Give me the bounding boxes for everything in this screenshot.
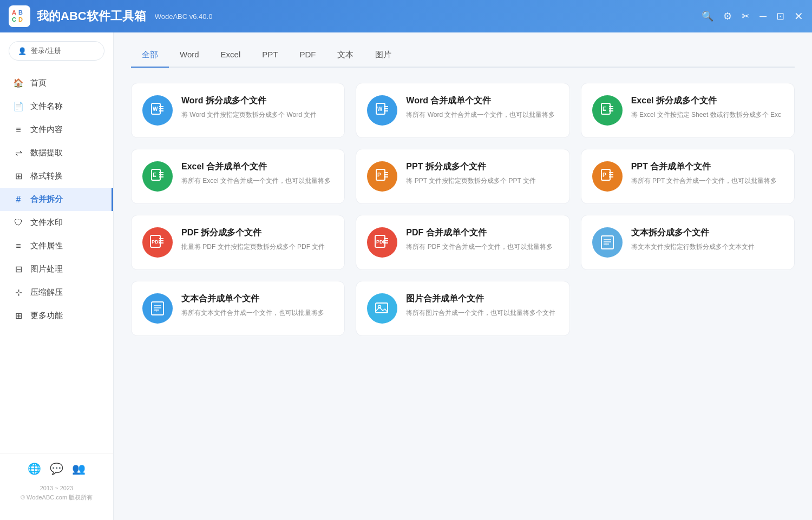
ppt-merge-desc: 将所有 PPT 文件合并成一个文件，也可以批量将多 <box>631 176 783 186</box>
excel-merge-title: Excel 合并成单个文件 <box>181 161 333 173</box>
sidebar-footer: 🌐 💬 👥 2013 ~ 2023 © WodeABC.com 版权所有 <box>0 453 113 511</box>
close-icon[interactable]: ✕ <box>794 10 803 23</box>
sidebar-item-fileattr[interactable]: ≡ 文件属性 <box>0 234 113 258</box>
content-area: 全部WordExcelPPTPDF文本图片 W Word 拆分成多个文件 将 W… <box>114 32 812 520</box>
tool-card-pdf-split[interactable]: PDF PDF 拆分成多个文件 批量将 PDF 文件按指定页数拆分成多个 PDF… <box>131 215 345 270</box>
dataextract-label: 数据提取 <box>30 148 63 158</box>
minimize-icon[interactable]: ─ <box>759 11 767 22</box>
excel-split-desc: 将 Excel 文件按指定 Sheet 数或行数拆分成多个 Exc <box>631 110 783 120</box>
image-merge-title: 图片合并成单个文件 <box>406 293 558 305</box>
filename-icon: 📄 <box>13 101 24 111</box>
tool-card-ppt-merge[interactable]: P PPT 合并成单个文件 将所有 PPT 文件合并成一个文件，也可以批量将多 <box>581 149 795 204</box>
svg-text:PDF: PDF <box>152 239 162 245</box>
tab-excel[interactable]: Excel <box>210 45 252 68</box>
app-title: 我的ABC软件工具箱 <box>37 8 146 24</box>
tab-word[interactable]: Word <box>169 45 210 68</box>
sidebar: 👤 登录/注册 🏠 首页 📄 文件名称 ≡ 文件内容 ⇌ 数据提取 ⊞ 格式转换… <box>0 32 114 520</box>
tool-card-text-merge[interactable]: T 文本合并成单个文件 将所有文本文件合并成一个文件，也可以批量将多 <box>131 281 345 336</box>
tool-card-pdf-merge[interactable]: PDF PDF 合并成单个文件 将所有 PDF 文件合并成一个文件，也可以批量将… <box>356 215 569 270</box>
svg-text:E: E <box>603 106 606 112</box>
web-icon[interactable]: 🌐 <box>28 462 41 475</box>
ppt-split-icon: P <box>367 161 397 192</box>
sidebar-item-filename[interactable]: 📄 文件名称 <box>0 95 113 118</box>
svg-text:T: T <box>155 308 158 313</box>
svg-text:PDF: PDF <box>376 239 387 245</box>
image-merge-desc: 将所有图片合并成一个文件，也可以批量将多个文件 <box>406 308 558 318</box>
user-icon: 👤 <box>18 47 27 55</box>
svg-text:A: A <box>12 9 16 16</box>
tool-card-excel-split[interactable]: E Excel 拆分成多个文件 将 Excel 文件按指定 Sheet 数或行数… <box>581 83 795 138</box>
settings-icon[interactable]: ⚙ <box>723 10 732 22</box>
tab-ppt[interactable]: PPT <box>251 45 289 68</box>
search-icon[interactable]: 🔍 <box>702 10 713 22</box>
pdf-split-desc: 批量将 PDF 文件按指定页数拆分成多个 PDF 文件 <box>181 242 333 252</box>
sidebar-item-filecontent[interactable]: ≡ 文件内容 <box>0 118 113 141</box>
filewatermark-label: 文件水印 <box>30 218 63 228</box>
sidebar-item-imageprocess[interactable]: ⊟ 图片处理 <box>0 258 113 281</box>
svg-text:E: E <box>153 172 156 178</box>
sidebar-item-home[interactable]: 🏠 首页 <box>0 71 113 95</box>
text-merge-icon: T <box>142 293 173 324</box>
sidebar-item-dataextract[interactable]: ⇌ 数据提取 <box>0 141 113 164</box>
home-label: 首页 <box>30 78 47 88</box>
formatconvert-label: 格式转换 <box>30 171 63 181</box>
pdf-split-title: PDF 拆分成多个文件 <box>181 227 333 239</box>
excel-merge-icon: E <box>142 161 173 192</box>
svg-text:P: P <box>377 172 381 178</box>
sidebar-item-formatconvert[interactable]: ⊞ 格式转换 <box>0 164 113 188</box>
text-split-title: 文本拆分成多个文件 <box>631 227 783 239</box>
mergesplit-icon: # <box>13 195 24 205</box>
sidebar-item-compress[interactable]: ⊹ 压缩解压 <box>0 281 113 304</box>
compress-label: 压缩解压 <box>30 287 63 298</box>
tab-image[interactable]: 图片 <box>364 45 402 68</box>
tool-card-ppt-split[interactable]: P PPT 拆分成多个文件 将 PPT 文件按指定页数拆分成多个 PPT 文件 <box>356 149 569 204</box>
tool-card-text-split[interactable]: T 文本拆分成多个文件 将文本文件按指定行数拆分成多个文本文件 <box>581 215 795 270</box>
formatconvert-icon: ⊞ <box>13 171 24 181</box>
text-merge-desc: 将所有文本文件合并成一个文件，也可以批量将多 <box>181 308 333 318</box>
text-split-desc: 将文本文件按指定行数拆分成多个文本文件 <box>631 242 783 252</box>
scissors-icon[interactable]: ✂ <box>742 10 750 22</box>
text-merge-body: 文本合并成单个文件 将所有文本文件合并成一个文件，也可以批量将多 <box>181 293 333 318</box>
word-merge-icon: W <box>367 95 397 126</box>
main-layout: 👤 登录/注册 🏠 首页 📄 文件名称 ≡ 文件内容 ⇌ 数据提取 ⊞ 格式转换… <box>0 32 812 520</box>
maximize-icon[interactable]: ⊡ <box>776 10 784 22</box>
pdf-merge-desc: 将所有 PDF 文件合并成一个文件，也可以批量将多 <box>406 242 558 252</box>
svg-text:T: T <box>605 242 607 247</box>
tool-card-image-merge[interactable]: 图片合并成单个文件 将所有图片合并成一个文件，也可以批量将多个文件 <box>356 281 569 336</box>
filecontent-label: 文件内容 <box>30 124 63 135</box>
copyright-text: © WodeABC.com 版权所有 <box>9 493 104 503</box>
login-button[interactable]: 👤 登录/注册 <box>9 41 104 61</box>
tab-text[interactable]: 文本 <box>326 45 364 68</box>
chat-icon[interactable]: 💬 <box>50 462 63 475</box>
group-icon[interactable]: 👥 <box>72 462 86 475</box>
mergesplit-label: 合并拆分 <box>30 194 63 205</box>
text-split-body: 文本拆分成多个文件 将文本文件按指定行数拆分成多个文本文件 <box>631 227 783 252</box>
ppt-split-desc: 将 PPT 文件按指定页数拆分成多个 PPT 文件 <box>406 176 558 186</box>
tab-all[interactable]: 全部 <box>131 45 169 68</box>
sidebar-social-icons: 🌐 💬 👥 <box>9 462 104 475</box>
filename-label: 文件名称 <box>30 101 63 111</box>
tool-card-excel-merge[interactable]: E Excel 合并成单个文件 将所有 Excel 文件合并成一个文件，也可以批… <box>131 149 345 204</box>
tool-card-word-split[interactable]: W Word 拆分成多个文件 将 Word 文件按指定页数拆分成多个 Word … <box>131 83 345 138</box>
home-icon: 🏠 <box>13 78 24 88</box>
imageprocess-icon: ⊟ <box>13 264 24 274</box>
login-label: 登录/注册 <box>31 46 61 56</box>
tool-card-word-merge[interactable]: W Word 合并成单个文件 将所有 Word 文件合并成一个文件，也可以批量将… <box>356 83 569 138</box>
excel-merge-body: Excel 合并成单个文件 将所有 Excel 文件合并成一个文件，也可以批量将… <box>181 161 333 186</box>
filewatermark-icon: 🛡 <box>13 218 24 228</box>
svg-text:W: W <box>153 106 158 112</box>
word-merge-body: Word 合并成单个文件 将所有 Word 文件合并成一个文件，也可以批量将多 <box>406 95 558 120</box>
sidebar-item-filewatermark[interactable]: 🛡 文件水印 <box>0 211 113 234</box>
sidebar-item-more[interactable]: ⊞ 更多功能 <box>0 304 113 327</box>
sidebar-item-mergesplit[interactable]: # 合并拆分 <box>0 188 113 211</box>
image-merge-icon <box>367 293 397 324</box>
copyright: 2013 ~ 2023 © WodeABC.com 版权所有 <box>9 484 104 503</box>
ppt-split-title: PPT 拆分成多个文件 <box>406 161 558 173</box>
ppt-merge-body: PPT 合并成单个文件 将所有 PPT 文件合并成一个文件，也可以批量将多 <box>631 161 783 186</box>
word-merge-desc: 将所有 Word 文件合并成一个文件，也可以批量将多 <box>406 110 558 120</box>
pdf-split-icon: PDF <box>142 227 173 258</box>
more-label: 更多功能 <box>30 311 63 321</box>
tab-pdf[interactable]: PDF <box>289 45 326 68</box>
text-split-icon: T <box>592 227 623 258</box>
word-merge-title: Word 合并成单个文件 <box>406 95 558 107</box>
